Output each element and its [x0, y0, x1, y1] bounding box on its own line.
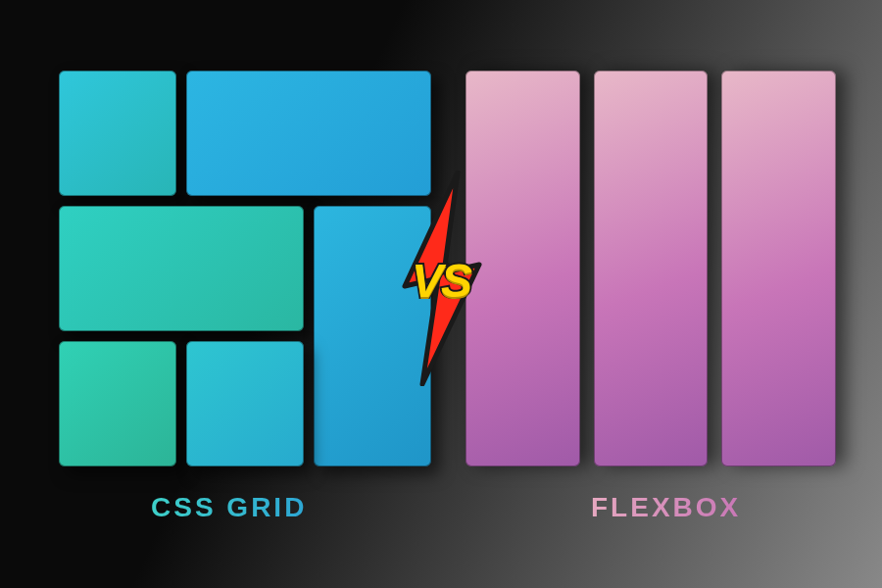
flex-container: [466, 71, 836, 466]
grid-tile: [186, 341, 304, 466]
flex-tile: [594, 71, 709, 466]
flexbox-demo-panel: [466, 71, 836, 466]
grid-container: [59, 71, 431, 466]
flex-tile: [721, 71, 836, 466]
css-grid-label: CSS GRID: [151, 492, 307, 523]
flex-tile: [466, 71, 580, 466]
grid-tile: [59, 206, 304, 331]
flexbox-label: FLEXBOX: [591, 492, 741, 523]
grid-tile: [186, 71, 431, 196]
grid-tile: [59, 341, 176, 466]
css-grid-demo-panel: [59, 71, 431, 466]
grid-tile: [314, 206, 431, 466]
grid-tile: [59, 71, 176, 196]
